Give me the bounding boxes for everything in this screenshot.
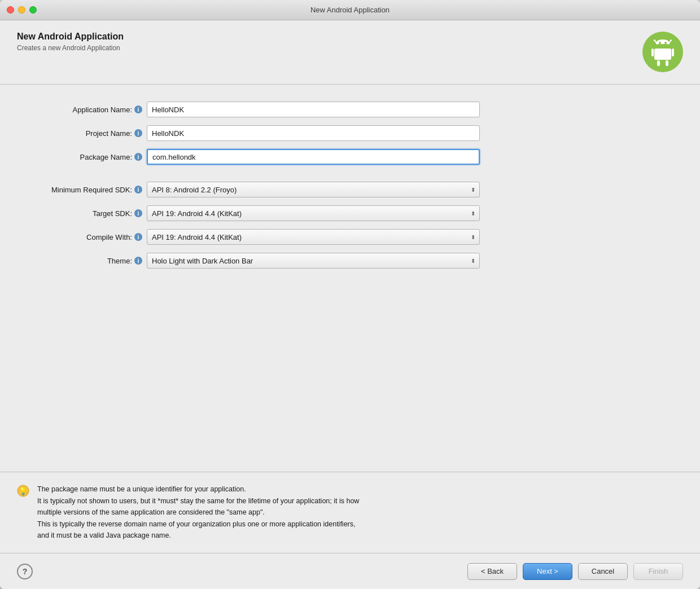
project-name-label: Project Name: i xyxy=(34,129,147,138)
form-area: Application Name: i Project Name: i Pack… xyxy=(0,85,700,472)
theme-select[interactable]: Holo Light with Dark Action Bar Holo Lig… xyxy=(147,253,480,269)
maximize-button[interactable] xyxy=(29,6,37,14)
theme-info-icon[interactable]: i xyxy=(134,257,142,265)
svg-point-6 xyxy=(664,42,667,44)
footer-left: ? xyxy=(17,564,33,579)
help-button[interactable]: ? xyxy=(17,564,33,579)
footer-buttons: < Back Next > Cancel Finish xyxy=(467,563,683,580)
svg-point-4 xyxy=(670,39,672,41)
target-sdk-info-icon[interactable]: i xyxy=(134,209,142,217)
header-section: New Android Application Creates a new An… xyxy=(0,20,700,85)
theme-label: Theme: i xyxy=(34,257,147,265)
compile-with-select[interactable]: API 8: Android 2.2 (Froyo) API 19: Andro… xyxy=(147,229,480,245)
header-text: New Android Application Creates a new An… xyxy=(17,32,124,52)
dialog-content: New Android Application Creates a new An… xyxy=(0,20,700,589)
svg-point-5 xyxy=(659,42,661,44)
window-title: New Android Application xyxy=(310,6,390,14)
svg-rect-10 xyxy=(657,60,660,66)
svg-point-2 xyxy=(654,39,655,41)
minimize-button[interactable] xyxy=(18,6,25,14)
next-button[interactable]: Next > xyxy=(523,563,572,580)
svg-rect-8 xyxy=(651,49,654,56)
lightbulb-icon: 💡 xyxy=(17,483,29,499)
theme-row: Theme: i Holo Light with Dark Action Bar… xyxy=(34,253,666,269)
project-name-info-icon[interactable]: i xyxy=(134,129,142,137)
title-bar: New Android Application xyxy=(0,0,700,20)
target-sdk-select-wrapper: API 8: Android 2.2 (Froyo) API 19: Andro… xyxy=(147,205,480,221)
application-name-row: Application Name: i xyxy=(34,102,666,117)
footer: ? < Back Next > Cancel Finish xyxy=(0,553,700,589)
project-name-row: Project Name: i xyxy=(34,125,666,141)
app-window: New Android Application New Android Appl… xyxy=(0,0,700,589)
svg-text:💡: 💡 xyxy=(19,486,28,496)
min-sdk-label: Minimum Required SDK: i xyxy=(34,186,147,194)
min-sdk-info-icon[interactable]: i xyxy=(134,186,142,194)
android-logo xyxy=(642,32,683,74)
project-name-input[interactable] xyxy=(147,125,480,141)
application-name-info-icon[interactable]: i xyxy=(134,106,142,113)
back-button[interactable]: < Back xyxy=(467,563,517,580)
min-sdk-select[interactable]: API 8: Android 2.2 (Froyo) API 9: Androi… xyxy=(147,182,480,197)
target-sdk-label: Target SDK: i xyxy=(34,209,147,218)
svg-rect-11 xyxy=(666,60,668,66)
package-name-label: Package Name: i xyxy=(34,153,147,161)
target-sdk-select[interactable]: API 8: Android 2.2 (Froyo) API 19: Andro… xyxy=(147,205,480,221)
dialog-subtitle: Creates a new Android Application xyxy=(17,44,124,52)
theme-select-wrapper: Holo Light with Dark Action Bar Holo Lig… xyxy=(147,253,480,269)
compile-with-row: Compile With: i API 8: Android 2.2 (Froy… xyxy=(34,229,666,245)
info-text: The package name must be a unique identi… xyxy=(37,483,359,542)
min-sdk-select-wrapper: API 8: Android 2.2 (Froyo) API 9: Androi… xyxy=(147,182,480,197)
window-controls xyxy=(7,6,37,14)
compile-with-label: Compile With: i xyxy=(34,233,147,241)
application-name-input[interactable] xyxy=(147,102,480,117)
info-panel: 💡 The package name must be a unique iden… xyxy=(0,472,700,553)
svg-rect-7 xyxy=(654,49,671,60)
package-name-input[interactable] xyxy=(147,149,480,165)
compile-with-select-wrapper: API 8: Android 2.2 (Froyo) API 19: Andro… xyxy=(147,229,480,245)
finish-button[interactable]: Finish xyxy=(633,563,683,580)
package-name-row: Package Name: i xyxy=(34,149,666,165)
compile-with-info-icon[interactable]: i xyxy=(134,233,142,241)
package-name-info-icon[interactable]: i xyxy=(134,153,142,161)
application-name-label: Application Name: i xyxy=(34,106,147,114)
min-sdk-row: Minimum Required SDK: i API 8: Android 2… xyxy=(34,182,666,197)
cancel-button[interactable]: Cancel xyxy=(578,563,628,580)
svg-rect-9 xyxy=(672,49,674,56)
target-sdk-row: Target SDK: i API 8: Android 2.2 (Froyo)… xyxy=(34,205,666,221)
close-button[interactable] xyxy=(7,6,14,14)
dialog-title: New Android Application xyxy=(17,32,124,42)
